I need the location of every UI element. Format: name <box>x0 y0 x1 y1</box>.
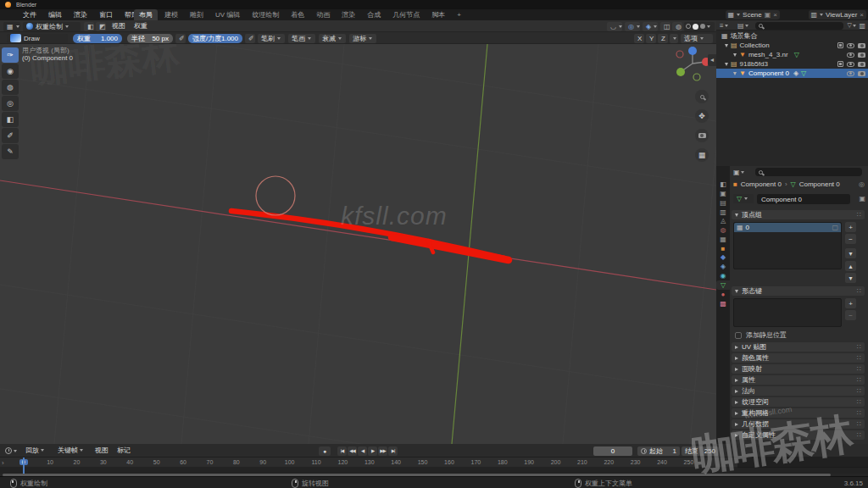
vertex-groups-section-header[interactable]: 顶点组∷ <box>732 210 865 219</box>
tool-draw[interactable]: ✑ <box>2 47 19 63</box>
options-button[interactable]: 选项 <box>681 34 713 43</box>
tab-render[interactable]: ▣ <box>716 189 730 198</box>
vertex-groups-list[interactable]: ▦ 0 ▢ <box>733 222 842 269</box>
tool-blur[interactable]: ◉ <box>2 64 19 79</box>
gizmo-z-axis[interactable] <box>688 47 697 55</box>
tab-object-data[interactable]: ▽ <box>716 280 730 290</box>
filter-button[interactable]: ▽ <box>848 22 856 29</box>
menu-keying[interactable]: 关键帧 <box>54 444 86 458</box>
radius-pressure-toggle[interactable]: ✐ <box>175 34 186 43</box>
menu-file[interactable]: 文件 <box>17 9 42 20</box>
section-face-maps[interactable]: 面映射∷ <box>732 364 865 374</box>
vertex-group-specials-button[interactable]: ▾ <box>845 248 856 258</box>
shape-keys-section-header[interactable]: 形态键∷ <box>732 286 865 296</box>
play-button[interactable]: ▶ <box>368 446 377 456</box>
eye-icon[interactable] <box>847 53 854 58</box>
cursor-menu-button[interactable]: 游标 <box>349 34 376 43</box>
tool-average[interactable]: ◍ <box>2 80 19 95</box>
gizmo-neg-x-axis[interactable] <box>676 51 683 58</box>
tab-shading[interactable]: 着色 <box>286 9 309 20</box>
stroke-menu-button[interactable]: 笔画 <box>288 34 315 43</box>
breadcrumb-object[interactable]: Component 0 <box>741 180 782 188</box>
strength-pressure-toggle[interactable]: ✐ <box>245 34 255 43</box>
prev-keyframe-button[interactable]: ◀◀ <box>348 446 357 456</box>
add-vertex-group-button[interactable]: + <box>845 222 856 232</box>
menu-view-timeline[interactable]: 视图 <box>92 444 112 458</box>
viewport-3d[interactable]: 咖啡森林 kfsll.com 用户透视 (局部) (0) Component 0… <box>0 44 716 444</box>
outliner-row-scene-collection[interactable]: ▦ 场景集合 <box>716 31 868 41</box>
editor-type-button[interactable]: ▦ <box>3 22 20 31</box>
tab-output[interactable]: ▤ <box>716 198 730 208</box>
tool-annotate[interactable]: ✎ <box>2 144 19 159</box>
section-geometry-data[interactable]: 几何数据∷ <box>732 419 865 429</box>
paint-mask-faces-toggle[interactable]: ◧ <box>84 22 94 31</box>
mode-selector[interactable]: 权重绘制 <box>23 22 81 31</box>
snapping-button[interactable]: ◡ <box>607 22 622 31</box>
outliner-options-icon[interactable]: ▥ <box>859 22 865 30</box>
outliner-row-collection[interactable]: ▤ Collection <box>716 41 868 50</box>
section-extras-icon[interactable]: ∷ <box>857 287 861 295</box>
auto-keying-button[interactable]: ● <box>319 446 331 456</box>
shading-solid-icon[interactable] <box>693 24 698 30</box>
timeline-editor-type-button[interactable] <box>5 447 17 454</box>
remove-view-layer-icon[interactable]: × <box>860 11 864 19</box>
brush-selector[interactable]: Draw <box>7 34 68 43</box>
current-frame-field[interactable]: 0 <box>593 446 632 456</box>
eye-icon[interactable] <box>847 43 854 48</box>
tab-scripting[interactable]: 脚本 <box>426 9 450 20</box>
show-gizmo-toggle[interactable]: ◫ <box>660 22 670 31</box>
next-keyframe-button[interactable]: ▶▶ <box>378 446 387 456</box>
tab-material[interactable]: ● <box>716 290 730 299</box>
strength-slider[interactable]: 强度/力度1.000 <box>188 34 242 43</box>
vertex-group-item[interactable]: ▦ 0 ▢ <box>734 223 841 232</box>
tab-geometry-nodes[interactable]: 几何节点 <box>387 9 425 20</box>
mesh-data-selector[interactable]: ▽ <box>733 194 754 203</box>
datablock-name-field[interactable]: Component 0 <box>757 194 850 204</box>
properties-search-input[interactable] <box>755 168 862 176</box>
brush-menu-button[interactable]: 笔刷 <box>258 34 285 43</box>
move-group-up-button[interactable]: ▴ <box>845 261 856 271</box>
unlink-scene-icon[interactable]: × <box>773 11 777 19</box>
lock-icon[interactable]: ▢ <box>832 224 838 231</box>
breadcrumb-data[interactable]: Component 0 <box>799 180 840 188</box>
mirror-z-toggle[interactable]: Z <box>658 34 668 43</box>
remove-shape-key-button[interactable]: − <box>845 310 856 320</box>
channel-expand-icon[interactable]: › <box>2 459 4 467</box>
outliner-row-component-0[interactable]: ▼ Component 0 ◈ ▽ <box>716 69 868 78</box>
display-mode-button[interactable]: ▤ <box>737 22 748 30</box>
tab-tool[interactable]: ◧ <box>716 180 730 189</box>
tab-texture[interactable]: ▩ <box>716 299 730 308</box>
tool-smear[interactable]: ◎ <box>2 96 19 111</box>
remove-vertex-group-button[interactable]: − <box>845 234 856 244</box>
section-texture-space[interactable]: 纹理空间∷ <box>732 397 865 407</box>
shading-dropdown-icon[interactable] <box>707 25 710 28</box>
mirror-dropdown-icon[interactable] <box>670 34 678 43</box>
camera-icon[interactable] <box>858 43 865 48</box>
shading-material-icon[interactable] <box>700 24 705 29</box>
outliner-row-collection-2[interactable]: ▤ 918b5fd3 <box>716 59 868 69</box>
tab-compositing[interactable]: 合成 <box>362 9 386 20</box>
fake-user-shield-icon[interactable]: ▣ <box>859 195 865 202</box>
tab-world[interactable]: ◍ <box>716 225 730 235</box>
mirror-y-toggle[interactable]: Y <box>646 34 656 43</box>
tab-scene[interactable]: ◬ <box>716 216 730 225</box>
tab-layout[interactable]: 布局 <box>134 9 158 20</box>
expand-icon[interactable] <box>725 44 728 47</box>
menu-playback[interactable]: 回放 <box>22 444 47 458</box>
checkbox-icon[interactable] <box>837 61 843 67</box>
proportional-editing-button[interactable]: ◎ <box>625 22 640 31</box>
menu-window[interactable]: 窗口 <box>93 9 119 20</box>
camera-icon[interactable] <box>858 71 865 76</box>
tab-modeling[interactable]: 建模 <box>159 9 183 20</box>
menu-marker[interactable]: 标记 <box>114 444 134 458</box>
add-shape-key-button[interactable]: + <box>845 298 856 308</box>
add-workspace-button[interactable]: + <box>452 9 466 20</box>
show-overlays-toggle[interactable]: ◍ <box>672 22 682 31</box>
gizmo-neg-y-axis[interactable] <box>693 74 700 80</box>
tab-sculpting[interactable]: 雕刻 <box>185 9 209 20</box>
outliner-row-mesh[interactable]: ▼ mesh_4_3.nr ▽ <box>716 50 868 59</box>
tab-rendering[interactable]: 渲染 <box>337 9 360 20</box>
radius-slider[interactable]: 半径50 px <box>127 34 173 43</box>
timeline-channels[interactable] <box>0 468 868 474</box>
gizmo-y-axis[interactable] <box>676 68 685 76</box>
